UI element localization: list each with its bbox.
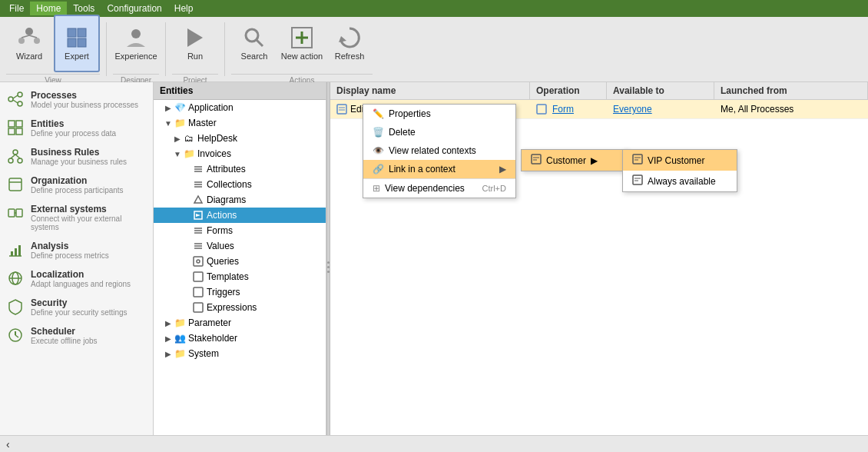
expert-icon [65,25,89,50]
svg-rect-22 [8,121,15,127]
toolbar-divider-1 [106,22,107,76]
sub-submenu-vip-customer[interactable]: VIP Customer [623,150,737,171]
sidebar-item-external-systems[interactable]: External systems Connect with your exter… [0,199,153,236]
tree-item-diagrams[interactable]: ▶ Diagrams [154,192,326,208]
experience-button[interactable]: Experience [113,15,159,72]
search-icon [242,25,267,50]
scheduler-desc: Execute offline jobs [31,337,98,345]
sidebar-item-business-rules[interactable]: Business Rules Manage your business rule… [0,142,153,171]
operation-link[interactable]: Form [552,104,574,115]
business-rules-title: Business Rules [31,147,127,158]
svg-rect-24 [8,128,15,135]
sidebar-item-processes[interactable]: Processes Model your business processes [0,85,153,114]
entities-icon [6,118,25,137]
context-menu-link-in-context[interactable]: 🔗 Link in a context ▶ [363,160,515,178]
tree-item-forms[interactable]: ▶ Forms [154,223,326,238]
tree-toggle-invoices[interactable]: ▼ [172,148,183,159]
refresh-button[interactable]: Refresh [326,15,373,72]
security-desc: Define your security settings [31,308,128,317]
main-layout: Processes Model your business processes … [0,82,868,452]
security-text: Security Define your security settings [31,297,128,317]
tree-item-expressions[interactable]: ▶ Expressions [154,300,326,315]
tree-item-actions[interactable]: ▶ Actions [154,208,326,223]
entities-text: Entities Define your process data [31,118,116,138]
nav-back-arrow[interactable]: ‹ [6,438,10,450]
sub-submenu: VIP Customer Always available [622,149,737,192]
tree-toggle-stakeholder[interactable]: ▶ [163,333,174,344]
localization-text: Localization Adapt languages and regions [31,269,131,288]
run-button[interactable]: Run [172,15,218,72]
customer-submenu-label: Customer [546,155,586,166]
menu-tools[interactable]: Tools [67,2,101,15]
search-button[interactable]: Search [231,15,277,72]
svg-rect-5 [68,28,76,37]
svg-marker-52 [194,196,202,203]
sidebar-item-organization[interactable]: Organization Define process participants [0,171,153,199]
context-menu-view-dependencies[interactable]: ⊞ View dependencies Ctrl+D [363,178,515,198]
sidebar-item-entities[interactable]: Entities Define your process data [0,114,153,142]
tree-item-attributes[interactable]: ▶ Attributes [154,161,326,177]
svg-point-2 [34,38,40,44]
submenu-customer-item[interactable]: Customer ▶ [522,150,628,171]
collections-icon [192,178,204,191]
available-link[interactable]: Everyone [613,104,652,115]
sidebar-item-scheduler[interactable]: Scheduler Execute offline jobs [0,321,153,350]
svg-rect-39 [18,245,21,256]
expert-button[interactable]: Expert [54,15,100,72]
sidebar-item-security[interactable]: Security Define your security settings [0,293,153,321]
tree-item-parameter[interactable]: ▶ 📁 Parameter [154,315,326,331]
customer-submenu-icon [531,154,542,167]
tree-item-collections[interactable]: ▶ Collections [154,177,326,192]
sub-submenu-always-available[interactable]: Always available [623,171,737,191]
system-icon: 📁 [174,347,186,360]
master-icon: 📁 [174,117,186,129]
context-menu: ✏️ Properties 🗑️ Delete 👁️ View related … [363,104,516,198]
vip-customer-label: VIP Customer [648,155,704,166]
tree-item-helpdesk[interactable]: ▶ 🗂 HelpDesk [154,131,326,146]
tree-toggle-master[interactable]: ▼ [163,118,174,128]
svg-rect-25 [16,128,22,135]
tree-item-templates[interactable]: ▶ Templates [154,269,326,284]
localization-icon [6,269,25,287]
tree-item-system[interactable]: ▶ 📁 System [154,346,326,361]
menu-file[interactable]: File [3,2,30,15]
tree-toggle-system[interactable]: ▶ [163,348,174,359]
tree-item-master[interactable]: ▼ 📁 Master [154,115,326,131]
menu-home[interactable]: Home [30,2,67,15]
tree-toggle-application[interactable]: ▶ [163,102,174,113]
svg-point-11 [246,29,258,42]
processes-icon [6,90,25,108]
sidebar-item-localization[interactable]: Localization Adapt languages and regions [0,264,153,293]
cell-launched-edit-invoice: Me, All Processes [714,102,868,116]
actions-icon [192,209,204,221]
new-action-button[interactable]: New action [279,15,325,72]
wizard-button[interactable]: Wizard [6,15,52,72]
tree-toggle-helpdesk[interactable]: ▶ [172,133,183,144]
tree-item-stakeholder[interactable]: ▶ 👥 Stakeholder [154,331,326,346]
svg-point-1 [18,38,25,44]
expressions-label: Expressions [207,302,257,313]
templates-icon [192,271,204,283]
tree-item-values[interactable]: ▶ Values [154,238,326,254]
context-menu-properties[interactable]: ✏️ Properties [363,105,515,123]
triggers-label: Triggers [207,287,240,297]
tree-toggle-parameter[interactable]: ▶ [163,317,174,328]
security-icon [6,297,25,316]
helpdesk-icon: 🗂 [183,132,195,145]
external-systems-text: External systems Connect with your exter… [31,204,147,231]
sidebar-item-analysis[interactable]: Analysis Define process metrics [0,236,153,264]
run-icon [183,25,207,50]
properties-label: Properties [389,108,506,119]
tree-item-triggers[interactable]: ▶ Triggers [154,284,326,300]
tree-item-invoices[interactable]: ▼ 📁 Invoices [154,146,326,161]
menu-configuration[interactable]: Configuration [101,2,167,15]
refresh-label: Refresh [335,52,365,61]
invoices-label: Invoices [197,148,231,159]
tree-item-application[interactable]: ▶ 💎 Application [154,100,326,115]
context-menu-delete[interactable]: 🗑️ Delete [363,123,515,141]
context-menu-view-related[interactable]: 👁️ View related contexts [363,141,515,160]
toolbar-view-section: Wizard Expert View [6,15,100,85]
localization-title: Localization [31,269,131,280]
menu-help[interactable]: Help [168,2,200,15]
tree-item-queries[interactable]: ▶ Queries [154,254,326,269]
